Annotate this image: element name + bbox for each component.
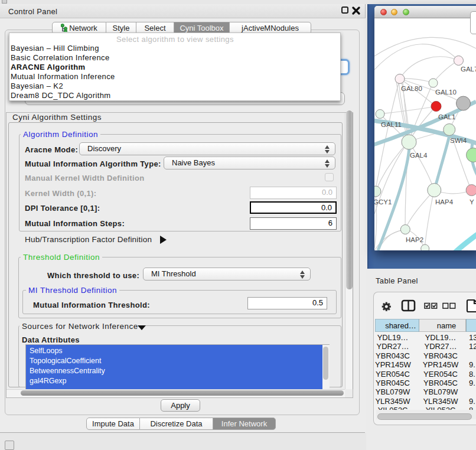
svg-text:HAP2: HAP2 <box>406 236 423 243</box>
svg-text:GAL1: GAL1 <box>438 113 455 120</box>
svg-text:HAP4: HAP4 <box>435 198 454 206</box>
svg-text:GAL10: GAL10 <box>435 89 457 96</box>
svg-text:GAL7: GAL7 <box>461 66 476 73</box>
svg-text:GAL4: GAL4 <box>410 152 428 159</box>
svg-text:SWI4: SWI4 <box>450 137 467 144</box>
svg-text:GCY1: GCY1 <box>374 198 392 206</box>
svg-text:GAL11: GAL11 <box>381 121 402 128</box>
svg-text:Y: Y <box>470 198 474 206</box>
svg-text:GAL80: GAL80 <box>401 85 422 92</box>
